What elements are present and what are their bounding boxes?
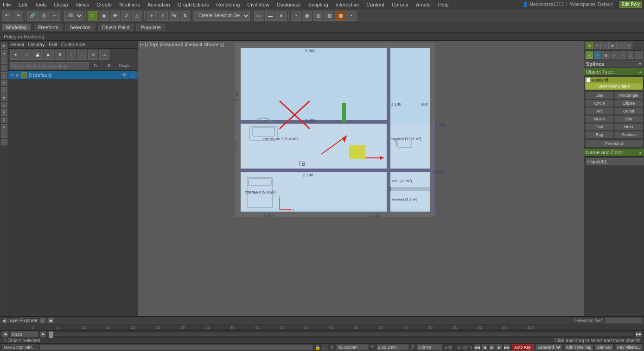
egg-btn[interactable]: Egg: [585, 131, 614, 138]
rotate-btn[interactable]: ↺: [121, 11, 131, 21]
menu-graph-editors[interactable]: Graph Editors: [177, 2, 210, 7]
left-icon-4[interactable]: □: [1, 65, 7, 71]
key-filters-btn[interactable]: Key Filters...: [615, 344, 642, 351]
left-icon-9[interactable]: ●: [1, 102, 7, 108]
mirror-btn[interactable]: ⧢: [254, 11, 264, 21]
left-icon-1[interactable]: ▶: [1, 43, 7, 49]
viewport[interactable]: [+] [Top] [Standard] [Default Shading]: [138, 41, 584, 316]
left-icon-10[interactable]: ⇄: [1, 109, 7, 116]
scene-item-lock[interactable]: □: [129, 72, 136, 78]
create-panel-icon[interactable]: ⊕: [586, 42, 593, 49]
layer-explorer-arrow-left[interactable]: ◀: [2, 318, 6, 324]
menu-animation[interactable]: Animation: [147, 2, 171, 7]
dynamics-icon[interactable]: △: [627, 51, 634, 59]
render-button[interactable]: Edit Poly: [619, 1, 642, 8]
move-btn[interactable]: ✥: [110, 11, 120, 21]
scene-new-btn[interactable]: ★: [10, 50, 20, 60]
x-coord[interactable]: [336, 344, 369, 351]
layer-explorer-icon2[interactable]: ▣: [48, 317, 54, 324]
menu-content[interactable]: Content: [365, 2, 385, 7]
timeline-prev-btn[interactable]: ◀: [2, 331, 8, 338]
render-setup-btn[interactable]: ▨: [324, 11, 334, 21]
scene-item-eye[interactable]: 👁: [121, 72, 128, 78]
lock-icon[interactable]: 🔒: [315, 345, 320, 350]
percent-snap[interactable]: %: [169, 11, 179, 21]
curve-editor-btn[interactable]: ~: [291, 11, 301, 21]
scene-menu-select[interactable]: Select: [10, 42, 25, 47]
render-last-btn[interactable]: ▪: [346, 11, 357, 21]
align-btn[interactable]: ▬: [265, 11, 275, 21]
timeline-track[interactable]: [48, 332, 634, 337]
motion-icon[interactable]: ▶: [609, 42, 617, 49]
scale-btn[interactable]: △: [132, 11, 142, 21]
menu-interactive[interactable]: Interactive: [335, 2, 360, 7]
display-icon[interactable]: ○: [617, 42, 625, 49]
left-icon-14[interactable]: -: [1, 139, 7, 145]
particle-icon[interactable]: •: [618, 51, 626, 59]
left-icon-13[interactable]: +: [1, 132, 7, 138]
scene-menu-display[interactable]: Display: [28, 42, 45, 47]
ellipse-btn[interactable]: Ellipse: [614, 100, 643, 107]
autogrid-checkbox[interactable]: [586, 78, 591, 82]
angle-snap[interactable]: ∠: [158, 11, 168, 21]
scene-expand-btn[interactable]: +: [66, 50, 76, 60]
donut-btn[interactable]: Donut: [614, 107, 643, 115]
z-coord[interactable]: [417, 344, 442, 351]
sphere-icon[interactable]: ●: [586, 51, 593, 59]
left-icon-2[interactable]: ◄: [1, 50, 7, 56]
redo-btn[interactable]: ↷: [13, 11, 23, 21]
menu-corona[interactable]: Corona: [391, 2, 409, 7]
transport-next-btn[interactable]: ▶: [496, 344, 503, 351]
menu-views[interactable]: Views: [75, 2, 90, 7]
left-icon-7[interactable]: ⊖: [1, 87, 7, 94]
bind-space-warp-btn[interactable]: ∼: [50, 11, 60, 21]
tab-object-paint[interactable]: Object Paint: [98, 24, 134, 31]
menu-group[interactable]: Group: [53, 2, 69, 7]
mat-editor-btn[interactable]: ▧: [313, 11, 323, 21]
menu-scripting[interactable]: Scripting: [307, 2, 329, 7]
object-name-input[interactable]: [586, 158, 644, 165]
timeline-next-btn[interactable]: ▶: [40, 331, 46, 338]
tab-freeform[interactable]: Freeform: [34, 24, 63, 31]
scene-item-default[interactable]: ▼ ▶ 0 (default) 👁 □: [8, 71, 138, 79]
section-btn[interactable]: Section: [614, 131, 643, 138]
freehand-btn[interactable]: Freehand: [585, 140, 643, 147]
menu-arnold[interactable]: Arnold: [415, 2, 432, 7]
start-new-shape-btn[interactable]: Start New Shape: [586, 83, 642, 89]
select-region-btn[interactable]: ▣: [99, 11, 109, 21]
menu-rendering[interactable]: Rendering: [216, 2, 241, 7]
transport-start-btn[interactable]: ◀◀: [474, 344, 480, 351]
select-obj-btn[interactable]: □: [88, 11, 98, 21]
transport-prev-btn[interactable]: ◀: [481, 344, 488, 351]
scene-sync-btn[interactable]: ↺: [88, 50, 98, 60]
scene-save-btn[interactable]: 💾: [32, 50, 43, 60]
scene-more-btn[interactable]: •••: [99, 50, 109, 60]
menu-edit[interactable]: Edit: [18, 2, 28, 7]
tab-selection[interactable]: Selection: [65, 24, 95, 31]
body-icon[interactable]: ⎕: [635, 51, 643, 59]
object-type-header[interactable]: Object Type ▲: [584, 68, 644, 76]
modify-panel-icon[interactable]: ✎: [593, 42, 601, 49]
splines-dropdown-arrow[interactable]: ▼: [638, 62, 642, 66]
unlink-btn[interactable]: ⛓: [38, 11, 49, 21]
auto-key-btn[interactable]: Auto Key: [512, 344, 534, 351]
spinner-snap[interactable]: ⇅: [180, 11, 190, 21]
name-filter-input[interactable]: [10, 62, 89, 69]
scene-collapse-btn[interactable]: -: [77, 50, 87, 60]
menu-create[interactable]: Create: [96, 2, 113, 7]
compound-icon[interactable]: ⬡: [611, 51, 618, 59]
tab-populate[interactable]: Populate: [136, 24, 165, 31]
layer-mgr-btn[interactable]: ≡: [276, 11, 287, 21]
select-link-btn[interactable]: 🔗: [27, 11, 38, 21]
hierarchy-icon[interactable]: □: [601, 42, 609, 49]
add-time-tag-btn[interactable]: Add Time Tag: [564, 344, 593, 351]
menu-file[interactable]: File: [2, 2, 12, 7]
timeline-thumb[interactable]: [49, 332, 53, 338]
snap-toggle[interactable]: ⌖: [147, 11, 157, 21]
text-btn[interactable]: Text: [585, 123, 614, 131]
schematic-btn[interactable]: ▦: [302, 11, 312, 21]
ngon-btn[interactable]: NGon: [585, 115, 614, 123]
menu-help[interactable]: Help: [437, 2, 450, 7]
spline-icon[interactable]: ∿: [594, 51, 601, 59]
menu-customize[interactable]: Customize: [276, 2, 302, 7]
